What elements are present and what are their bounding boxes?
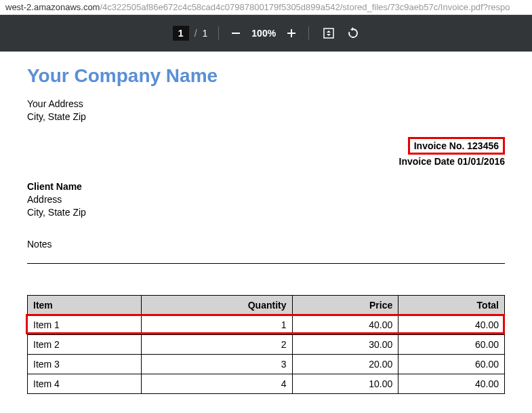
page-indicator: 1 / 1 [173, 26, 207, 41]
svg-rect-3 [324, 28, 333, 38]
client-address-line: Address [27, 193, 505, 206]
cell-item: Item 1 [28, 315, 142, 335]
zoom-level: 100% [251, 28, 276, 39]
minus-icon [230, 28, 241, 39]
section-divider [27, 263, 505, 264]
invoice-no-label: Invoice No. [414, 140, 468, 151]
cell-total: 40.00 [398, 374, 505, 394]
table-row: Item 4410.0040.00 [28, 374, 505, 394]
items-table-wrap: Item Quantity Price Total Item 1140.0040… [27, 295, 505, 394]
cell-item: Item 4 [28, 374, 142, 394]
fit-page-icon [323, 27, 335, 39]
cell-total: 60.00 [398, 355, 505, 374]
cell-price: 20.00 [292, 355, 398, 374]
cell-qty: 1 [142, 315, 292, 335]
page-total: 1 [203, 28, 208, 39]
client-address-line: City, State Zip [27, 206, 505, 219]
address-line: City, State Zip [27, 111, 505, 123]
cell-total: 40.00 [398, 315, 505, 335]
cell-item: Item 2 [28, 335, 142, 355]
rotate-button[interactable] [347, 27, 359, 39]
cell-total: 60.00 [398, 335, 505, 355]
toolbar-divider [308, 26, 309, 40]
svg-marker-6 [350, 27, 353, 31]
page-separator: / [195, 28, 197, 39]
toolbar-divider [218, 26, 219, 40]
cell-item: Item 3 [28, 355, 142, 374]
cell-price: 10.00 [292, 374, 398, 394]
table-row: Item 1140.0040.00 [28, 315, 505, 335]
url-bar: west-2.amazonaws.com/4c322505af86e672c4c… [0, 0, 532, 15]
svg-rect-2 [291, 29, 292, 37]
col-price: Price [292, 296, 398, 315]
table-header-row: Item Quantity Price Total [28, 296, 505, 315]
page-current[interactable]: 1 [173, 26, 189, 41]
invoice-meta: Invoice No. 123456 Invoice Date 01/01/20… [27, 137, 505, 167]
rotate-icon [347, 27, 359, 39]
col-total: Total [398, 296, 505, 315]
url-host: west-2.amazonaws.com [5, 2, 100, 12]
client-name: Client Name [27, 180, 505, 193]
toolbar-actions [323, 27, 359, 39]
table-row: Item 3320.0060.00 [28, 355, 505, 374]
cell-price: 30.00 [292, 335, 398, 355]
company-address: Your Address City, State Zip [27, 98, 505, 123]
pdf-page: Your Company Name Your Address City, Sta… [0, 52, 532, 394]
svg-rect-0 [232, 33, 240, 34]
plus-icon [286, 28, 297, 39]
svg-marker-5 [327, 34, 331, 36]
zoom-controls: 100% [230, 27, 298, 39]
zoom-out-button[interactable] [230, 27, 242, 39]
items-table: Item Quantity Price Total Item 1140.0040… [27, 295, 505, 394]
notes-label: Notes [27, 239, 505, 250]
fit-page-button[interactable] [323, 27, 335, 39]
cell-qty: 2 [142, 335, 292, 355]
cell-price: 40.00 [292, 315, 398, 335]
invoice-date-label: Invoice Date [399, 156, 457, 167]
cell-qty: 4 [142, 374, 292, 394]
url-path: /4c322505af86e672c4c58cad4c07987800179f5… [100, 2, 510, 12]
pdf-toolbar: 1 / 1 100% [0, 15, 532, 52]
invoice-number-box: Invoice No. 123456 [408, 137, 505, 155]
table-row: Item 2230.0060.00 [28, 335, 505, 355]
cell-qty: 3 [142, 355, 292, 374]
address-line: Your Address [27, 98, 505, 111]
company-name: Your Company Name [27, 65, 505, 87]
invoice-no: 123456 [467, 140, 499, 151]
svg-marker-4 [327, 31, 331, 33]
invoice-date: 01/01/2016 [457, 156, 505, 167]
zoom-in-button[interactable] [285, 27, 298, 39]
client-block: Client Name Address City, State Zip [27, 180, 505, 219]
invoice-date-line: Invoice Date 01/01/2016 [27, 156, 505, 167]
col-item: Item [28, 296, 142, 315]
col-quantity: Quantity [142, 296, 292, 315]
